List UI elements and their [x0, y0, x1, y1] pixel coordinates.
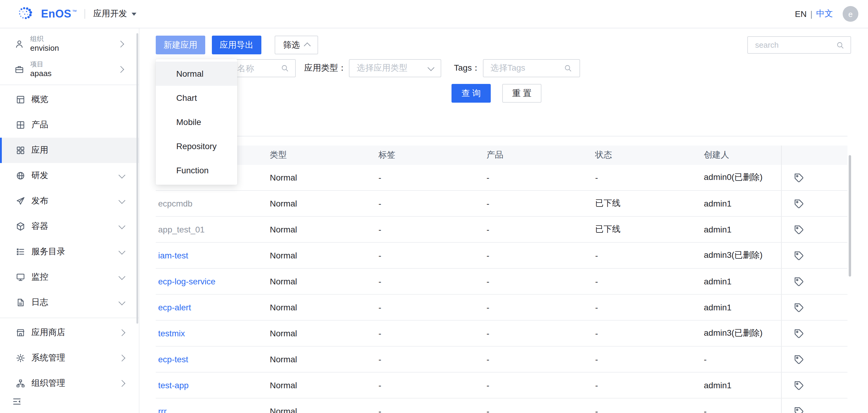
sidebar-project[interactable]: 项目 apaas	[0, 57, 139, 82]
cell-name: rrr	[156, 406, 268, 413]
sidebar-item-log[interactable]: 日志	[0, 290, 139, 315]
sidebar-item-label: 应用商店	[31, 327, 65, 338]
tag-icon[interactable]	[794, 302, 804, 313]
app-name-link[interactable]: rrr	[158, 406, 166, 413]
cell-name: ecp-test	[156, 354, 268, 364]
table-row: Normal---admin0(已删除)	[156, 165, 847, 191]
cell-name: ecp-alert	[156, 302, 268, 312]
main-content: 新建应用 应用导出 筛选 应用类型： 选择应用类型	[140, 28, 868, 413]
sidebar-divider	[0, 318, 139, 318]
overview-icon	[16, 95, 25, 105]
cell-type: Normal	[268, 328, 376, 338]
sidebar-item-catalog[interactable]: 服务目录	[0, 239, 139, 264]
cell-status: -	[593, 406, 702, 413]
sidebar-org[interactable]: 组织 envision	[0, 31, 139, 57]
app-name-link[interactable]: testmix	[158, 328, 185, 338]
tag-icon[interactable]	[794, 354, 804, 364]
filter-toggle-button[interactable]: 筛选	[275, 36, 318, 54]
app-name-link[interactable]: test-app	[158, 380, 189, 390]
menu-item-normal[interactable]: Normal	[156, 62, 237, 86]
lang-separator: |	[810, 9, 812, 19]
app-name-link[interactable]: ecp-alert	[158, 302, 191, 312]
sidebar-item-release[interactable]: 发布	[0, 188, 139, 214]
cell-actions	[781, 373, 847, 398]
table-row: ecp-alertNormal---admin1	[156, 295, 847, 321]
lang-zh[interactable]: 中文	[816, 8, 833, 19]
export-app-button[interactable]: 应用导出	[212, 36, 261, 54]
table-header-row: 类型标签产品状态创建人	[156, 146, 847, 165]
chevron-down-icon	[119, 299, 126, 305]
sidebar-item-label: 系统管理	[31, 353, 65, 363]
menu-fold-icon	[12, 396, 22, 406]
sidebar-item-overview[interactable]: 概览	[0, 87, 139, 112]
org-icon	[14, 39, 24, 49]
dev-icon	[16, 171, 25, 180]
cell-name: ecp-log-service	[156, 276, 268, 286]
menu-item-function[interactable]: Function	[156, 158, 237, 182]
tag-icon[interactable]	[794, 328, 804, 338]
app-switcher-label: 应用开发	[93, 8, 127, 19]
cell-actions	[781, 243, 847, 268]
sidebar-scrollbar[interactable]	[136, 33, 138, 324]
tag-icon[interactable]	[794, 250, 804, 261]
table-row: testmixNormal---admin3(已删除)	[156, 321, 847, 347]
search-icon	[836, 41, 844, 49]
org-value: envision	[30, 43, 59, 53]
cell-creator: admin1	[702, 199, 781, 208]
cell-actions	[781, 191, 847, 216]
sidebar-item-system[interactable]: 系统管理	[0, 345, 139, 371]
table-row: app_test_01Normal--已下线admin1	[156, 217, 847, 243]
cell-product: -	[484, 250, 593, 260]
tag-icon[interactable]	[794, 224, 804, 235]
cell-tags: -	[376, 302, 484, 312]
header-creator: 创建人	[702, 150, 781, 160]
tag-icon[interactable]	[794, 406, 804, 413]
app-switcher[interactable]: 应用开发	[93, 8, 136, 19]
cell-status: -	[593, 354, 702, 364]
sidebar-item-dev[interactable]: 研发	[0, 163, 139, 188]
sidebar-context: 组织 envision 项目 apaas	[0, 28, 139, 82]
tags-select[interactable]: 选择Tags	[483, 59, 580, 77]
menu-item-repository[interactable]: Repository	[156, 134, 237, 158]
tag-icon[interactable]	[794, 172, 804, 183]
cell-creator: admin0(已删除)	[702, 172, 781, 183]
app-name-link[interactable]: ecp-log-service	[158, 276, 216, 286]
system-icon	[16, 353, 25, 363]
chevron-down-icon	[119, 197, 126, 204]
cell-tags: -	[376, 380, 484, 390]
menu-item-mobile[interactable]: Mobile	[156, 110, 237, 134]
menu-item-chart[interactable]: Chart	[156, 86, 237, 110]
app-icon	[16, 146, 25, 155]
chevron-down-icon	[119, 172, 126, 179]
caret-down-icon	[131, 12, 136, 16]
sidebar: 组织 envision 项目 apaas 概览产品应用研发发布容器服务目录监控日…	[0, 28, 140, 413]
global-search-input[interactable]	[754, 40, 831, 50]
cell-actions	[781, 165, 847, 190]
sidebar-item-product[interactable]: 产品	[0, 112, 139, 138]
new-app-button[interactable]: 新建应用	[156, 36, 205, 54]
reset-button[interactable]: 重 置	[502, 84, 541, 102]
table-scrollbar[interactable]	[849, 155, 851, 276]
sidebar-item-store[interactable]: 应用商店	[0, 320, 139, 345]
cell-creator: admin1	[702, 225, 781, 234]
sidebar-item-app[interactable]: 应用	[0, 138, 139, 163]
sidebar-item-monitor[interactable]: 监控	[0, 264, 139, 290]
sidebar-item-orgmgmt[interactable]: 组织管理	[0, 371, 139, 396]
user-avatar[interactable]: e	[843, 6, 858, 22]
app-type-select[interactable]: 选择应用类型	[349, 59, 441, 77]
app-name-link[interactable]: ecp-test	[158, 354, 188, 364]
tag-icon[interactable]	[794, 198, 804, 209]
lang-en[interactable]: EN	[795, 9, 807, 19]
cell-type: Normal	[268, 250, 376, 260]
cell-tags: -	[376, 173, 484, 182]
sidebar-collapse-button[interactable]	[11, 396, 23, 408]
tag-icon[interactable]	[794, 380, 804, 390]
query-button[interactable]: 查 询	[452, 84, 491, 102]
toolbar: 新建应用 应用导出 筛选	[156, 36, 851, 54]
cell-tags: -	[376, 225, 484, 234]
sidebar-item-container[interactable]: 容器	[0, 214, 139, 239]
filter-label: 筛选	[283, 39, 300, 51]
app-name-link[interactable]: iam-test	[158, 250, 188, 260]
cell-type: Normal	[268, 199, 376, 208]
tag-icon[interactable]	[794, 276, 804, 287]
